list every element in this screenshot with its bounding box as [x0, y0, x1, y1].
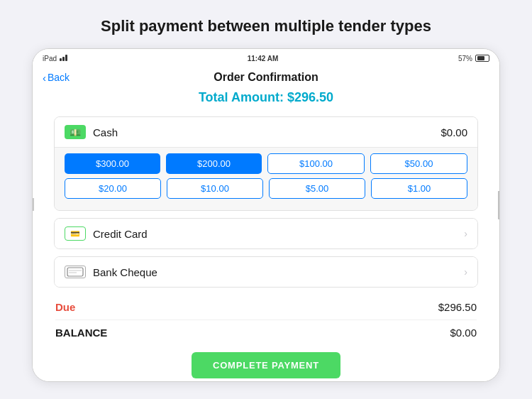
- cash-btn-row-2: $20.00 $10.00 $5.00 $1.00: [65, 178, 467, 199]
- bank-cheque-section[interactable]: Bank Cheque ›: [54, 256, 478, 288]
- cash-btn-300[interactable]: $300.00: [65, 153, 160, 174]
- total-amount-row: Total Amount: $296.50: [54, 90, 478, 105]
- due-row: Due $296.50: [55, 295, 477, 320]
- credit-card-section[interactable]: 💳 Credit Card ›: [54, 218, 478, 249]
- complete-payment-button[interactable]: COMPLETE PAYMENT: [192, 352, 340, 378]
- device-label: iPad: [43, 55, 57, 62]
- cash-btn-1[interactable]: $1.00: [371, 178, 467, 199]
- ipad-frame: iPad 11:42 AM 57% ‹ Back Order Confirmat…: [32, 48, 500, 382]
- cash-icon: 💵: [65, 124, 86, 140]
- bank-cheque-row[interactable]: Bank Cheque ›: [55, 257, 477, 287]
- battery-icon: [475, 55, 489, 62]
- summary-section: Due $296.50 BALANCE $0.00: [54, 295, 478, 345]
- bank-cheque-icon-graphic: [65, 266, 86, 278]
- total-label: Total Amount:: [199, 90, 284, 104]
- cash-label: Cash: [93, 126, 440, 138]
- page-title: Split payment between multiple tender ty…: [101, 17, 431, 35]
- cash-amount: $0.00: [440, 126, 467, 138]
- bank-cheque-label: Bank Cheque: [93, 266, 458, 278]
- cash-row: 💵 Cash $0.00: [55, 117, 477, 147]
- due-amount: $296.50: [438, 301, 477, 313]
- complete-btn-wrap: COMPLETE PAYMENT: [54, 352, 478, 378]
- battery-percent: 57%: [458, 55, 472, 62]
- credit-card-label: Credit Card: [93, 228, 458, 240]
- back-button[interactable]: ‹ Back: [43, 72, 70, 83]
- total-amount-value: $296.50: [287, 90, 333, 104]
- status-right: 57%: [458, 55, 489, 62]
- status-time: 11:42 AM: [248, 55, 279, 62]
- cash-btn-200[interactable]: $200.00: [166, 153, 262, 174]
- bank-cheque-icon: [65, 264, 86, 280]
- bank-cheque-chevron-icon: ›: [464, 266, 467, 278]
- cash-buttons-area: $300.00 $200.00 $100.00 $50.00 $20.00 $1…: [55, 147, 477, 210]
- credit-card-row[interactable]: 💳 Credit Card ›: [55, 219, 477, 248]
- svg-rect-0: [67, 268, 83, 276]
- balance-label: BALANCE: [55, 327, 107, 339]
- nav-bar: ‹ Back Order Confirmation: [33, 65, 499, 90]
- cash-btn-100[interactable]: $100.00: [267, 153, 365, 174]
- cash-btn-20[interactable]: $20.00: [65, 178, 161, 199]
- nav-title: Order Confirmation: [214, 71, 318, 84]
- cash-btn-5[interactable]: $5.00: [269, 178, 365, 199]
- back-chevron-icon: ‹: [43, 72, 46, 83]
- back-label: Back: [48, 72, 70, 83]
- cash-btn-10[interactable]: $10.00: [167, 178, 263, 199]
- cash-btn-row-1: $300.00 $200.00 $100.00 $50.00: [65, 153, 467, 174]
- credit-card-icon-graphic: 💳: [65, 226, 86, 241]
- credit-card-chevron-icon: ›: [464, 228, 467, 239]
- ipad-side-button-right: [498, 191, 500, 219]
- status-bar: iPad 11:42 AM 57%: [33, 49, 499, 65]
- wifi-icon: [60, 54, 67, 62]
- balance-row: BALANCE $0.00: [55, 320, 477, 345]
- cash-icon-graphic: 💵: [65, 125, 86, 139]
- cash-section: 💵 Cash $0.00 $300.00 $200.00 $100.00 $50…: [54, 116, 478, 211]
- cash-btn-50[interactable]: $50.00: [370, 153, 467, 174]
- balance-amount: $0.00: [450, 327, 477, 339]
- credit-card-icon: 💳: [65, 226, 86, 241]
- due-label: Due: [55, 301, 75, 313]
- ipad-side-button-left: [32, 198, 34, 211]
- main-content: Total Amount: $296.50 💵 Cash $0.00 $300.…: [33, 90, 499, 381]
- status-left: iPad: [43, 54, 67, 62]
